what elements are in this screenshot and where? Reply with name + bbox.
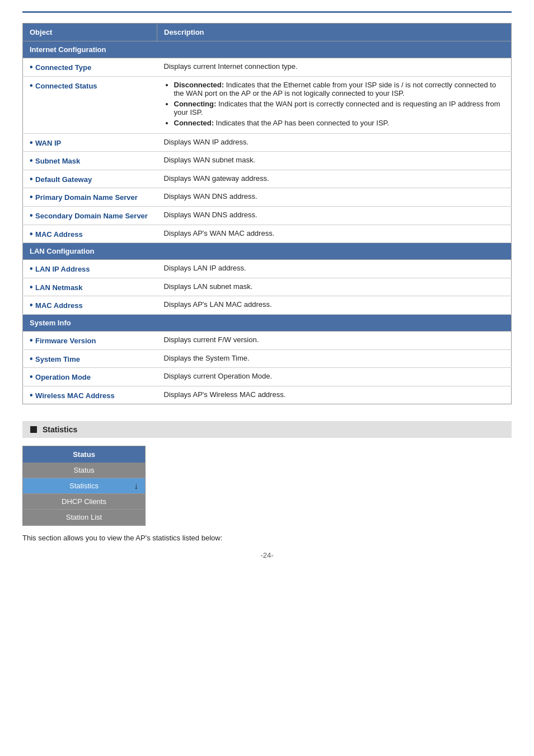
description-cell: Displays LAN subnet mask. [157, 278, 512, 296]
description-cell: Displays current Operation Mode. [157, 368, 512, 386]
col-header-object: Object [23, 24, 157, 41]
object-label: Subnet Mask [35, 157, 80, 165]
table-row: • MAC AddressDisplays AP's WAN MAC addre… [23, 225, 512, 243]
statistics-header: Statistics [22, 421, 512, 438]
object-cell: • Firmware Version [23, 331, 157, 349]
table-row: • MAC AddressDisplays AP's LAN MAC addre… [23, 296, 512, 315]
object-cell: • Connected Status [23, 76, 157, 133]
object-cell: • Wireless MAC Address [23, 386, 157, 404]
page-number: -24- [22, 551, 512, 559]
object-cell: • Operation Mode [23, 368, 157, 386]
object-label: Operation Mode [35, 373, 91, 381]
object-label: Default Gateway [35, 175, 92, 184]
object-cell: • LAN Netmask [23, 278, 157, 296]
description-cell: Displays the System Time. [157, 349, 512, 368]
object-cell: • System Time [23, 349, 157, 368]
table-row: • WAN IPDisplays WAN IP address. [23, 133, 512, 152]
description-cell: Disconnected: Indicates that the Etherne… [157, 76, 512, 133]
section-header-cell: LAN Configuration [23, 243, 512, 260]
description-cell: Displays WAN subnet mask. [157, 152, 512, 170]
object-label: Wireless MAC Address [35, 391, 115, 400]
statistics-section: Statistics Status StatusStatistics↓DHCP … [22, 421, 512, 542]
statistics-description: This section allows you to view the AP's… [22, 534, 512, 542]
description-cell: Displays LAN IP address. [157, 260, 512, 278]
object-label: MAC Address [35, 301, 83, 310]
statistics-icon [30, 426, 37, 433]
description-cell: Displays AP's WAN MAC address. [157, 225, 512, 243]
object-cell: • Default Gateway [23, 170, 157, 188]
description-cell: Displays current Internet connection typ… [157, 58, 512, 77]
table-row: • Operation ModeDisplays current Operati… [23, 368, 512, 386]
object-label: System Time [35, 355, 80, 363]
table-row: • Connected StatusDisconnected: Indicate… [23, 76, 512, 133]
menu-item[interactable]: Status [23, 463, 145, 478]
menu-item[interactable]: Station List [23, 510, 145, 525]
object-label: LAN Netmask [35, 283, 83, 292]
object-cell: • Connected Type [23, 58, 157, 77]
table-row: • Firmware VersionDisplays current F/W v… [23, 331, 512, 349]
object-label: Connected Type [35, 63, 91, 72]
description-cell: Displays WAN DNS address. [157, 188, 512, 207]
object-cell: • Secondary Domain Name Server [23, 206, 157, 225]
table-row: • Secondary Domain Name ServerDisplays W… [23, 206, 512, 225]
menu-title: Status [23, 446, 145, 463]
description-bullet: Disconnected: Indicates that the Etherne… [174, 81, 505, 97]
cursor-icon: ↓ [134, 481, 138, 491]
object-label: Secondary Domain Name Server [35, 212, 148, 220]
table-row: • Primary Domain Name ServerDisplays WAN… [23, 188, 512, 207]
table-row: • Connected TypeDisplays current Interne… [23, 58, 512, 77]
description-bullet: Connected: Indicates that the AP has bee… [174, 119, 505, 127]
table-row: • Default GatewayDisplays WAN gateway ad… [23, 170, 512, 188]
table-row: • Wireless MAC AddressDisplays AP's Wire… [23, 386, 512, 404]
object-cell: • MAC Address [23, 225, 157, 243]
object-cell: • Subnet Mask [23, 152, 157, 170]
section-header-cell: Internet Configuration [23, 41, 512, 58]
main-table: Object Description Internet Configuratio… [22, 23, 512, 404]
object-label: MAC Address [35, 230, 83, 239]
object-label: LAN IP Address [35, 265, 90, 273]
statistics-title: Statistics [43, 425, 77, 434]
table-row: • Subnet MaskDisplays WAN subnet mask. [23, 152, 512, 170]
table-row: • LAN NetmaskDisplays LAN subnet mask. [23, 278, 512, 296]
object-label: Primary Domain Name Server [35, 193, 138, 202]
description-cell: Displays WAN IP address. [157, 133, 512, 152]
description-cell: Displays AP's LAN MAC address. [157, 296, 512, 315]
table-row: • System TimeDisplays the System Time. [23, 349, 512, 368]
description-cell: Displays WAN gateway address. [157, 170, 512, 188]
object-cell: • Primary Domain Name Server [23, 188, 157, 207]
section-header-cell: System Info [23, 314, 512, 331]
description-cell: Displays WAN DNS address. [157, 206, 512, 225]
object-cell: • MAC Address [23, 296, 157, 315]
table-row: • LAN IP AddressDisplays LAN IP address. [23, 260, 512, 278]
menu-screenshot: Status StatusStatistics↓DHCP ClientsStat… [22, 446, 146, 526]
object-cell: • WAN IP [23, 133, 157, 152]
description-cell: Displays AP's Wireless MAC address. [157, 386, 512, 404]
top-border [22, 11, 512, 13]
col-header-description: Description [157, 24, 512, 41]
menu-item[interactable]: DHCP Clients [23, 494, 145, 510]
menu-item[interactable]: Statistics↓ [23, 478, 145, 494]
description-bullet: Connecting: Indicates that the WAN port … [174, 100, 505, 116]
object-label: Connected Status [35, 82, 97, 90]
object-cell: • LAN IP Address [23, 260, 157, 278]
object-label: WAN IP [35, 139, 61, 147]
description-cell: Displays current F/W version. [157, 331, 512, 349]
object-label: Firmware Version [35, 337, 96, 345]
